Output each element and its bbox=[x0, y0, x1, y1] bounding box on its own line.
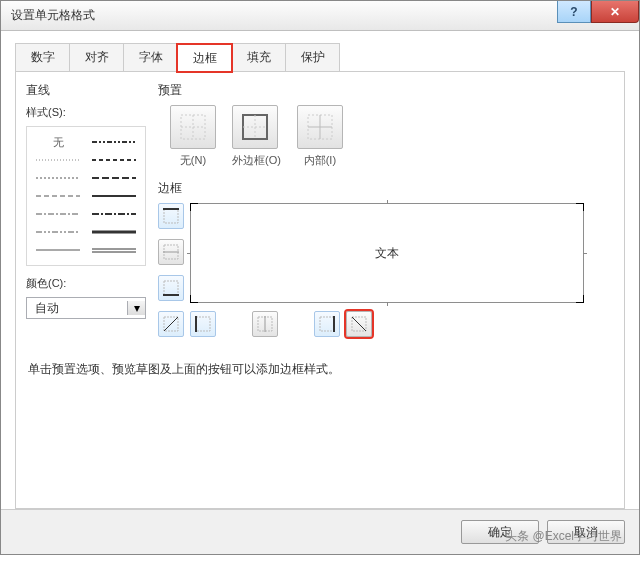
border-left-button[interactable] bbox=[190, 311, 216, 337]
tab-font[interactable]: 字体 bbox=[123, 43, 178, 71]
style-double[interactable] bbox=[89, 244, 139, 256]
style-thick[interactable] bbox=[89, 226, 139, 238]
help-button[interactable]: ? bbox=[557, 1, 591, 23]
titlebar: 设置单元格格式 ? ✕ bbox=[1, 1, 639, 31]
style-med-dashdotdot[interactable] bbox=[89, 136, 139, 148]
style-label: 样式(S): bbox=[26, 105, 146, 120]
preset-inside-icon bbox=[306, 113, 334, 141]
svg-line-38 bbox=[352, 317, 366, 331]
tab-protection[interactable]: 保护 bbox=[285, 43, 340, 71]
style-med-dash[interactable] bbox=[89, 172, 139, 184]
preset-outline-icon bbox=[241, 113, 269, 141]
chevron-down-icon[interactable]: ▾ bbox=[127, 301, 145, 315]
style-dashed[interactable] bbox=[33, 190, 83, 202]
window-title: 设置单元格格式 bbox=[11, 7, 95, 24]
style-thin[interactable] bbox=[33, 244, 83, 256]
preset-outline-label: 外边框(O) bbox=[232, 153, 281, 168]
preset-inside-button[interactable] bbox=[297, 105, 343, 149]
style-dotted[interactable] bbox=[33, 172, 83, 184]
tab-border[interactable]: 边框 bbox=[177, 44, 232, 72]
svg-rect-35 bbox=[320, 317, 334, 331]
border-diag-down-button[interactable] bbox=[158, 311, 184, 337]
close-button[interactable]: ✕ bbox=[591, 1, 639, 23]
svg-rect-27 bbox=[164, 281, 178, 295]
style-med-dashdot[interactable] bbox=[89, 208, 139, 220]
svg-rect-23 bbox=[164, 209, 178, 223]
preset-none-button[interactable] bbox=[170, 105, 216, 149]
style-dotted-fine[interactable] bbox=[33, 154, 83, 166]
style-dashdot[interactable] bbox=[33, 208, 83, 220]
tab-fill[interactable]: 填充 bbox=[231, 43, 286, 71]
tab-number[interactable]: 数字 bbox=[15, 43, 70, 71]
hint-text: 单击预置选项、预览草图及上面的按钮可以添加边框样式。 bbox=[28, 361, 614, 378]
preset-outline-button[interactable] bbox=[232, 105, 278, 149]
border-bottom-button[interactable] bbox=[158, 275, 184, 301]
line-style-picker[interactable]: 无 bbox=[26, 126, 146, 266]
preset-none-label: 无(N) bbox=[170, 153, 216, 168]
border-heading: 边框 bbox=[158, 180, 614, 197]
border-diag-up-button[interactable] bbox=[346, 311, 372, 337]
style-medium[interactable] bbox=[89, 190, 139, 202]
svg-rect-31 bbox=[196, 317, 210, 331]
preset-inside-label: 内部(I) bbox=[297, 153, 343, 168]
svg-line-30 bbox=[164, 317, 178, 331]
tab-strip: 数字 对齐 字体 边框 填充 保护 bbox=[15, 43, 625, 72]
tab-body: 直线 样式(S): 无 bbox=[15, 72, 625, 509]
preset-heading: 预置 bbox=[158, 82, 614, 99]
color-value: 自动 bbox=[27, 300, 127, 317]
line-heading: 直线 bbox=[26, 82, 146, 99]
style-slant[interactable] bbox=[89, 154, 139, 166]
style-dashdotdot[interactable] bbox=[33, 226, 83, 238]
border-top-button[interactable] bbox=[158, 203, 184, 229]
preset-none-icon bbox=[179, 113, 207, 141]
tab-alignment[interactable]: 对齐 bbox=[69, 43, 124, 71]
border-preview[interactable]: 文本 bbox=[190, 203, 584, 303]
border-middle-v-button[interactable] bbox=[252, 311, 278, 337]
border-middle-h-button[interactable] bbox=[158, 239, 184, 265]
color-dropdown[interactable]: 自动 ▾ bbox=[26, 297, 146, 319]
border-right-button[interactable] bbox=[314, 311, 340, 337]
preview-text: 文本 bbox=[375, 245, 399, 262]
watermark: 头条 @Excel学习世界 bbox=[505, 528, 622, 545]
color-label: 颜色(C): bbox=[26, 276, 146, 291]
style-none[interactable]: 无 bbox=[53, 135, 64, 150]
